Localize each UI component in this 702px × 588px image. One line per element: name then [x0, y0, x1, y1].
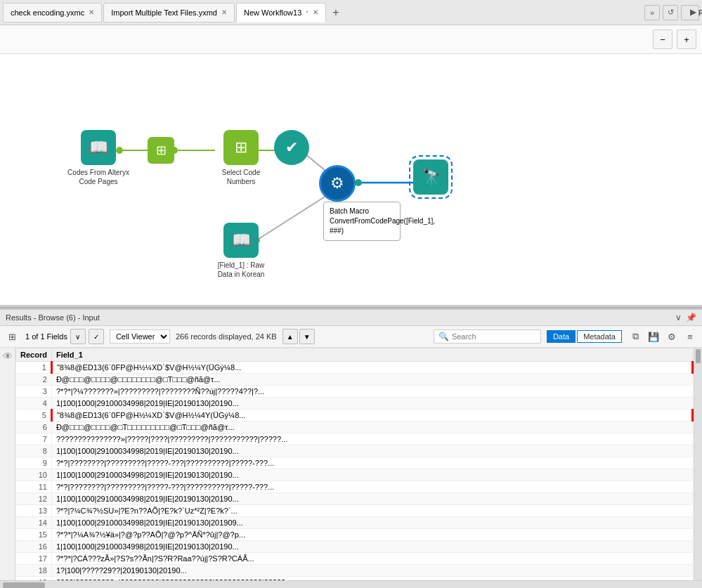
tab-label: check encoding.yxmc	[11, 8, 84, 17]
table-row: 41|100|1000|29100034998|2019|IE|20190130…	[16, 398, 693, 410]
tab-check-encoding[interactable]: check encoding.yxmc ✕	[3, 3, 102, 22]
node-icon-check: ✔	[274, 130, 309, 165]
cell-record-num: 8	[16, 445, 52, 457]
save-icon[interactable]: 💾	[646, 329, 661, 344]
node-icon-select: ⊞	[223, 130, 259, 165]
cell-field1: 1|100|1000|29100034998|2019|IE|20190130|…	[51, 517, 692, 529]
table-row: 141|100|1000|29100034998|2019|IE|2019013…	[16, 517, 693, 529]
sort-down-button[interactable]: ▼	[299, 329, 315, 344]
cell-record-num: 17	[16, 553, 52, 565]
node-icon-field1: 📖	[223, 223, 259, 258]
node-icon-codes: 📖	[81, 130, 116, 165]
results-scrollbar[interactable]	[694, 348, 702, 580]
node-icon-binoculars: 🔭	[413, 159, 448, 195]
node-select-code-numbers[interactable]: ⊞ Select Code Numbers	[209, 130, 273, 186]
cell-field1: ?*?|????????|?????????|?????-???|???????…	[51, 481, 692, 493]
tab-close-2[interactable]: ✕	[221, 8, 227, 16]
cell-record-num: 3	[16, 386, 52, 398]
cell-field1: 1|100|1000|29100034998|2019|IE|20190130|…	[51, 541, 692, 553]
table-container: 👁 Record Field_1 1"8¾8@ED13(6`0FP@H½¼XD`…	[0, 348, 702, 580]
cell-record-num: 4	[16, 398, 52, 410]
scrollbar-thumb[interactable]	[696, 349, 701, 363]
tab-bar: check encoding.yxmc ✕ Import Multiple Te…	[0, 0, 702, 25]
workflow-canvas: + 📖 Codes From Alteryx Code Pages ⊞ ⊞ Se…	[0, 54, 702, 307]
cell-field1: ?*?*|?¼A¾?½¥ä»|?@?p??AÕ|?@?p?^ÄÑ*?ûj|?@?…	[51, 529, 692, 541]
undo-button[interactable]: ↺	[663, 5, 678, 20]
table-row: 7???????????????»|?????|????|?????????|?…	[16, 433, 693, 445]
cell-record-num: 5	[16, 410, 52, 422]
search-icon: 🔍	[438, 332, 449, 341]
node-binoculars[interactable]: 🔭	[413, 159, 448, 195]
table-row: 121|100|1000|29100034998|2019|IE|2019013…	[16, 493, 693, 505]
metadata-button[interactable]: Metadata	[577, 330, 622, 343]
cell-field1: Ð@□□□@□□□□@□□□□□□□□@□Τ□□□@ñã@τ...	[51, 374, 692, 386]
toolbar-action-icons: ⧉ 💾 ⚙ ≡	[628, 329, 698, 344]
tab-label: New Workflow13	[244, 8, 301, 17]
cell-field1: 1|100|1000|29100034998|2019|IE|20190130|…	[51, 398, 692, 410]
search-input[interactable]	[452, 332, 536, 341]
data-metadata-buttons: Data Metadata	[547, 330, 622, 343]
zoom-minus-button[interactable]: −	[653, 30, 672, 49]
batch-macro-label-box: Batch Macro ConvertFromCodePage([Field_1…	[323, 202, 401, 241]
tab-close-3[interactable]: ✕	[313, 8, 318, 16]
results-toolbar: ⊞ 1 of 1 Fields ∨ ✓ Cell Viewer 266 reco…	[0, 326, 702, 348]
records-info: 266 records displayed, 24 KB	[176, 332, 277, 341]
table-row: 81|100|1000|29100034998|2019|IE|20190130…	[16, 445, 693, 457]
col-record[interactable]: Record	[16, 348, 52, 362]
cell-record-num: 9	[16, 457, 52, 469]
node-select-small[interactable]: ⊞	[148, 137, 174, 164]
run-button[interactable]: ▶ Run	[681, 5, 699, 20]
table-row: 2Ð@□□□@□□□□@□□□□□□□□@□Τ□□□@ñã@τ...	[16, 374, 693, 386]
settings-icon[interactable]: ⚙	[664, 329, 680, 344]
fields-nav-down[interactable]: ∨	[70, 329, 86, 344]
cell-record-num: 2	[16, 374, 52, 386]
node-batch-macro-circle[interactable]: ⚙	[319, 165, 356, 202]
add-tab-button[interactable]: +	[327, 4, 344, 21]
cell-field1: "8¾8@ED13(6`0FP@H½¼XD`$V@H½¼4Y(ÜGý¼8...	[51, 410, 692, 422]
cell-record-num: 6	[16, 422, 52, 433]
node-field1-raw[interactable]: 📖 [Field_1] : Raw Data in Korean	[209, 223, 273, 279]
tab-new-workflow[interactable]: New Workflow13 * ✕	[236, 3, 326, 22]
table-row: 181?|100|?????29??|20190130|20190...	[16, 565, 693, 577]
cell-record-num: 11	[16, 481, 52, 493]
canvas-toolbar: − +	[0, 25, 702, 54]
node-codes-from-alteryx[interactable]: 📖 Codes From Alteryx Code Pages	[67, 130, 130, 186]
pin-button[interactable]: 📌	[686, 313, 696, 322]
search-box: 🔍	[434, 329, 541, 344]
cell-record-num: 16	[16, 541, 52, 553]
fields-check[interactable]: ✓	[89, 329, 104, 344]
horizontal-scrollbar[interactable]	[0, 580, 702, 588]
sort-up-button[interactable]: ▲	[282, 329, 298, 344]
batch-macro-icon: ⚙	[319, 165, 356, 202]
node-checkmark[interactable]: ✔	[274, 130, 309, 165]
cell-record-num: 14	[16, 517, 52, 529]
tab-overflow-area: » ↺ ▶ Run	[644, 5, 699, 20]
tab-overflow-button[interactable]: »	[644, 5, 660, 20]
cell-record-num: 12	[16, 493, 52, 505]
grid-view-icon[interactable]: ⊞	[4, 329, 20, 344]
zoom-plus-button[interactable]: +	[677, 30, 696, 49]
results-title: Results - Browse (6) - Input	[6, 313, 100, 322]
row-icon: 👁	[3, 351, 13, 362]
data-button[interactable]: Data	[547, 330, 576, 343]
collapse-button[interactable]: ∨	[675, 313, 682, 322]
results-header: Results - Browse (6) - Input ∨ 📌	[0, 310, 702, 326]
cell-record-num: 10	[16, 469, 52, 481]
data-table-wrapper[interactable]: Record Field_1 1"8¾8@ED13(6`0FP@H½¼XD`$V…	[15, 348, 694, 580]
more-icon[interactable]: ≡	[682, 329, 698, 344]
cell-viewer-select[interactable]: Cell Viewer	[110, 329, 170, 344]
sort-buttons: ▲ ▼	[282, 329, 315, 344]
col-field1[interactable]: Field_1	[51, 348, 692, 362]
node-label-field1: [Field_1] : Raw Data in Korean	[209, 261, 273, 279]
node-label-select: Select Code Numbers	[209, 168, 273, 186]
cell-field1: ?*?*|?¼???????»|?????????|????????Ñ??új|…	[51, 386, 692, 398]
table-row: 13?*?|?¼C¾?½SU»|?E?n??AÕ|?E?k?`Uz*²Z|?E?…	[16, 505, 693, 517]
cell-field1: 1|100|1000|29100034998|2019|IE|20190130|…	[51, 469, 692, 481]
tab-import-multiple[interactable]: Import Multiple Text Files.yxmd ✕	[103, 3, 235, 22]
table-row: 11?*?|????????|?????????|?????-???|?????…	[16, 481, 693, 493]
tab-close-1[interactable]: ✕	[89, 8, 94, 16]
copy-icon[interactable]: ⧉	[628, 329, 643, 344]
cell-field1: ?*?*|?CÁ???zÃ»|?S?s??Ãn|?S?R?Raa??új|?S?…	[51, 553, 692, 565]
cell-field1: ?*?|?¼C¾?½SU»|?E?n??AÕ|?E?k?`Uz*²Z|?E?k?…	[51, 505, 692, 517]
hscrollbar-thumb[interactable]	[3, 582, 45, 588]
